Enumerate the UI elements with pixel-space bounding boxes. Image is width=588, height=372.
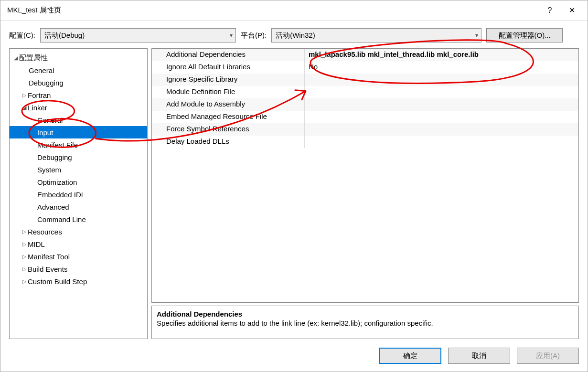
grid-label: Ignore All Default Libraries bbox=[152, 61, 305, 74]
grid-value[interactable] bbox=[305, 111, 578, 123]
tree-item-linker-advanced[interactable]: Advanced bbox=[10, 201, 147, 213]
ok-button[interactable]: 确定 bbox=[379, 348, 441, 364]
grid-label: Delay Loaded DLLs bbox=[152, 136, 305, 148]
tree-label: 配置属性 bbox=[19, 53, 48, 63]
property-grid[interactable]: Additional Dependencies mkl_lapack95.lib… bbox=[151, 48, 579, 303]
tree-label: MIDL bbox=[28, 240, 45, 248]
expand-arrow-icon: ◢ bbox=[12, 55, 19, 61]
tree-item-build-events[interactable]: ▷ Build Events bbox=[10, 263, 147, 275]
tree-label: Resources bbox=[28, 228, 62, 236]
grid-row-additional-dependencies[interactable]: Additional Dependencies mkl_lapack95.lib… bbox=[152, 49, 578, 61]
config-label: 配置(C): bbox=[9, 31, 35, 40]
grid-label: Force Symbol References bbox=[152, 123, 305, 136]
tree-item-linker-debugging[interactable]: Debugging bbox=[10, 151, 147, 163]
tree-item-fortran[interactable]: ▷ Fortran bbox=[10, 89, 147, 101]
grid-row-ignore-all-default-libraries[interactable]: Ignore All Default Libraries No bbox=[152, 61, 578, 74]
grid-label: Ignore Specific Library bbox=[152, 74, 305, 86]
chevron-down-icon: ▾ bbox=[230, 32, 233, 39]
tree-item-resources[interactable]: ▷ Resources bbox=[10, 225, 147, 238]
config-bar: 配置(C): 活动(Debug) ▾ 平台(P): 活动(Win32) ▾ 配置… bbox=[0, 21, 588, 48]
tree-root-config-properties[interactable]: ◢ 配置属性 bbox=[10, 52, 147, 64]
tree-item-linker-optimization[interactable]: Optimization bbox=[10, 176, 147, 188]
tree-label: Fortran bbox=[28, 91, 51, 99]
collapse-arrow-icon: ▷ bbox=[21, 254, 28, 260]
description-body: Specifies additional items to add to the… bbox=[157, 319, 574, 327]
tree-item-general[interactable]: General bbox=[10, 64, 147, 76]
tree-label: Manifest File bbox=[37, 141, 78, 149]
window-title: MKL_test 属性页 bbox=[5, 6, 539, 15]
platform-label: 平台(P): bbox=[241, 31, 267, 40]
help-button[interactable]: ? bbox=[539, 3, 561, 18]
tree-item-manifest-tool[interactable]: ▷ Manifest Tool bbox=[10, 250, 147, 263]
expand-arrow-icon: ◢ bbox=[21, 105, 28, 111]
platform-combo-value: 活动(Win32) bbox=[276, 31, 315, 40]
tree-label: General bbox=[37, 116, 63, 124]
grid-value[interactable] bbox=[305, 86, 578, 98]
tree-item-linker-command-line[interactable]: Command Line bbox=[10, 213, 147, 225]
grid-value[interactable] bbox=[305, 74, 578, 86]
grid-label: Add Module to Assembly bbox=[152, 98, 305, 111]
collapse-arrow-icon: ▷ bbox=[21, 241, 28, 247]
tree-label: Optimization bbox=[37, 178, 77, 186]
tree-label: Build Events bbox=[28, 265, 67, 273]
collapse-arrow-icon: ▷ bbox=[21, 278, 28, 285]
cancel-button[interactable]: 取消 bbox=[448, 348, 510, 364]
grid-row-add-module-to-assembly[interactable]: Add Module to Assembly bbox=[152, 98, 578, 111]
grid-row-module-definition-file[interactable]: Module Definition File bbox=[152, 86, 578, 98]
tree-label: Linker bbox=[28, 104, 47, 112]
grid-value[interactable]: No bbox=[305, 61, 578, 74]
property-pages-dialog: MKL_test 属性页 ? ✕ 配置(C): 活动(Debug) ▾ 平台(P… bbox=[0, 0, 588, 372]
grid-value[interactable] bbox=[305, 123, 578, 136]
tree-item-linker-general[interactable]: General bbox=[10, 114, 147, 126]
tree-label: Debugging bbox=[29, 79, 64, 87]
tree-label: Custom Build Step bbox=[28, 277, 87, 286]
tree-item-linker-system[interactable]: System bbox=[10, 163, 147, 176]
tree-item-linker-input[interactable]: Input bbox=[10, 126, 147, 138]
config-combo-value: 活动(Debug) bbox=[44, 31, 85, 40]
grid-label: Embed Managed Resource File bbox=[152, 111, 305, 123]
grid-value[interactable] bbox=[305, 136, 578, 148]
titlebar: MKL_test 属性页 ? ✕ bbox=[0, 0, 588, 21]
property-right-panel: Additional Dependencies mkl_lapack95.lib… bbox=[151, 48, 579, 339]
tree-item-linker-manifest-file[interactable]: Manifest File bbox=[10, 138, 147, 151]
chevron-down-icon: ▾ bbox=[475, 32, 478, 39]
tree-label: Debugging bbox=[37, 153, 72, 161]
apply-button: 应用(A) bbox=[517, 348, 579, 364]
grid-row-delay-loaded-dlls[interactable]: Delay Loaded DLLs bbox=[152, 136, 578, 148]
grid-row-force-symbol-references[interactable]: Force Symbol References bbox=[152, 123, 578, 136]
config-manager-button[interactable]: 配置管理器(O)... bbox=[486, 28, 563, 43]
content-area: ◢ 配置属性 General Debugging ▷ Fortran ◢ Lin… bbox=[0, 48, 588, 342]
tree-item-linker-embedded-idl[interactable]: Embedded IDL bbox=[10, 188, 147, 201]
close-button[interactable]: ✕ bbox=[561, 3, 583, 18]
grid-label: Additional Dependencies bbox=[152, 49, 305, 61]
dialog-buttons: 确定 取消 应用(A) bbox=[0, 342, 588, 372]
tree-label: Advanced bbox=[37, 203, 69, 211]
tree-label: Command Line bbox=[37, 215, 86, 223]
grid-row-embed-managed-resource-file[interactable]: Embed Managed Resource File bbox=[152, 111, 578, 123]
collapse-arrow-icon: ▷ bbox=[21, 92, 28, 98]
tree-item-debugging[interactable]: Debugging bbox=[10, 76, 147, 89]
collapse-arrow-icon: ▷ bbox=[21, 266, 28, 272]
description-title: Additional Dependencies bbox=[157, 310, 574, 318]
grid-value[interactable] bbox=[305, 98, 578, 111]
collapse-arrow-icon: ▷ bbox=[21, 229, 28, 235]
tree-label: System bbox=[37, 166, 61, 174]
config-combo[interactable]: 活动(Debug) ▾ bbox=[40, 28, 236, 43]
description-panel: Additional Dependencies Specifies additi… bbox=[151, 306, 579, 339]
tree-label: General bbox=[29, 66, 54, 74]
grid-label: Module Definition File bbox=[152, 86, 305, 98]
tree-item-custom-build-step[interactable]: ▷ Custom Build Step bbox=[10, 275, 147, 287]
grid-value[interactable]: mkl_lapack95.lib mkl_intel_thread.lib mk… bbox=[305, 49, 578, 61]
category-tree[interactable]: ◢ 配置属性 General Debugging ▷ Fortran ◢ Lin… bbox=[9, 48, 148, 339]
tree-item-linker[interactable]: ◢ Linker bbox=[10, 101, 147, 114]
tree-label: Manifest Tool bbox=[28, 253, 70, 261]
platform-combo[interactable]: 活动(Win32) ▾ bbox=[271, 28, 481, 43]
tree-item-midl[interactable]: ▷ MIDL bbox=[10, 238, 147, 250]
tree-label: Input bbox=[37, 128, 53, 137]
tree-label: Embedded IDL bbox=[37, 191, 85, 199]
grid-row-ignore-specific-library[interactable]: Ignore Specific Library bbox=[152, 74, 578, 86]
